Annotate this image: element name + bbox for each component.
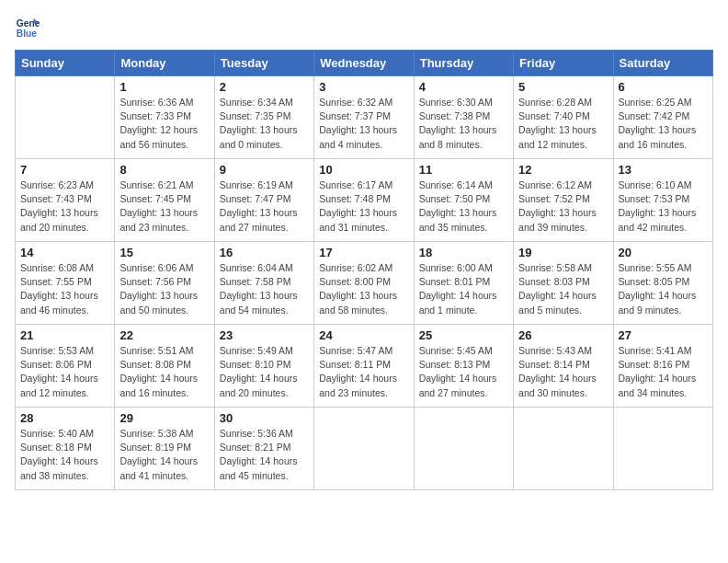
calendar-cell: 10Sunrise: 6:17 AMSunset: 7:48 PMDayligh… xyxy=(314,159,414,242)
calendar-cell: 15Sunrise: 6:06 AMSunset: 7:56 PMDayligh… xyxy=(115,242,214,325)
day-number: 21 xyxy=(20,328,109,342)
calendar-cell: 28Sunrise: 5:40 AMSunset: 8:18 PMDayligh… xyxy=(16,408,115,490)
calendar-week-row: 7Sunrise: 6:23 AMSunset: 7:43 PMDaylight… xyxy=(16,159,713,242)
day-info: Sunrise: 6:23 AMSunset: 7:43 PMDaylight:… xyxy=(20,178,109,235)
day-number: 19 xyxy=(518,246,608,259)
day-info: Sunrise: 6:34 AMSunset: 7:35 PMDaylight:… xyxy=(220,96,309,152)
day-info: Sunrise: 6:12 AMSunset: 7:52 PMDaylight:… xyxy=(518,178,608,235)
day-number: 20 xyxy=(619,246,708,259)
calendar-table: SundayMondayTuesdayWednesdayThursdayFrid… xyxy=(15,50,713,490)
calendar-cell: 12Sunrise: 6:12 AMSunset: 7:52 PMDayligh… xyxy=(514,159,613,242)
day-number: 28 xyxy=(20,411,109,425)
calendar-cell: 30Sunrise: 5:36 AMSunset: 8:21 PMDayligh… xyxy=(214,408,313,490)
weekday-header-saturday: Saturday xyxy=(613,51,712,76)
calendar-cell: 19Sunrise: 5:58 AMSunset: 8:03 PMDayligh… xyxy=(514,242,613,325)
weekday-header-tuesday: Tuesday xyxy=(214,51,313,76)
calendar-cell: 20Sunrise: 5:55 AMSunset: 8:05 PMDayligh… xyxy=(613,242,712,325)
day-number: 3 xyxy=(319,80,408,94)
calendar-cell: 29Sunrise: 5:38 AMSunset: 8:19 PMDayligh… xyxy=(115,408,214,490)
day-info: Sunrise: 6:04 AMSunset: 7:58 PMDaylight:… xyxy=(220,261,309,317)
calendar-cell xyxy=(514,408,613,490)
day-number: 9 xyxy=(220,163,309,177)
day-info: Sunrise: 5:51 AMSunset: 8:08 PMDaylight:… xyxy=(119,344,209,400)
calendar-cell: 11Sunrise: 6:14 AMSunset: 7:50 PMDayligh… xyxy=(414,159,513,242)
day-info: Sunrise: 6:25 AMSunset: 7:42 PMDaylight:… xyxy=(619,96,708,152)
day-info: Sunrise: 5:47 AMSunset: 8:11 PMDaylight:… xyxy=(319,344,408,400)
day-info: Sunrise: 5:53 AMSunset: 8:06 PMDaylight:… xyxy=(20,344,109,400)
day-info: Sunrise: 5:43 AMSunset: 8:14 PMDaylight:… xyxy=(518,344,608,400)
day-number: 23 xyxy=(220,328,309,342)
calendar-cell: 4Sunrise: 6:30 AMSunset: 7:38 PMDaylight… xyxy=(414,76,513,159)
day-info: Sunrise: 5:58 AMSunset: 8:03 PMDaylight:… xyxy=(518,261,608,317)
day-number: 22 xyxy=(119,328,209,342)
day-number: 18 xyxy=(419,246,508,259)
day-number: 10 xyxy=(319,163,408,177)
day-info: Sunrise: 6:14 AMSunset: 7:50 PMDaylight:… xyxy=(419,178,508,235)
day-info: Sunrise: 5:55 AMSunset: 8:05 PMDaylight:… xyxy=(619,261,708,317)
day-number: 26 xyxy=(518,328,608,342)
calendar-week-row: 28Sunrise: 5:40 AMSunset: 8:18 PMDayligh… xyxy=(16,408,713,490)
calendar-cell: 9Sunrise: 6:19 AMSunset: 7:47 PMDaylight… xyxy=(214,159,313,242)
day-number: 7 xyxy=(20,163,109,177)
weekday-header-monday: Monday xyxy=(115,51,214,76)
day-number: 13 xyxy=(619,163,708,177)
day-number: 17 xyxy=(319,246,408,259)
calendar-cell: 17Sunrise: 6:02 AMSunset: 8:00 PMDayligh… xyxy=(314,242,414,325)
logo-icon: General Blue xyxy=(15,15,40,40)
calendar-cell: 18Sunrise: 6:00 AMSunset: 8:01 PMDayligh… xyxy=(414,242,513,325)
calendar-cell: 21Sunrise: 5:53 AMSunset: 8:06 PMDayligh… xyxy=(16,325,115,408)
day-info: Sunrise: 5:45 AMSunset: 8:13 PMDaylight:… xyxy=(419,344,508,400)
day-info: Sunrise: 6:30 AMSunset: 7:38 PMDaylight:… xyxy=(419,96,508,152)
day-number: 14 xyxy=(20,246,109,259)
day-number: 11 xyxy=(419,163,508,177)
calendar-cell xyxy=(314,408,414,490)
weekday-header-row: SundayMondayTuesdayWednesdayThursdayFrid… xyxy=(16,51,713,76)
day-info: Sunrise: 5:41 AMSunset: 8:16 PMDaylight:… xyxy=(619,344,708,400)
day-number: 1 xyxy=(119,80,209,94)
day-number: 29 xyxy=(119,411,209,425)
day-info: Sunrise: 6:36 AMSunset: 7:33 PMDaylight:… xyxy=(119,96,209,152)
day-number: 2 xyxy=(220,80,309,94)
calendar-cell: 5Sunrise: 6:28 AMSunset: 7:40 PMDaylight… xyxy=(514,76,613,159)
day-number: 15 xyxy=(119,246,209,259)
day-info: Sunrise: 6:32 AMSunset: 7:37 PMDaylight:… xyxy=(319,96,408,152)
calendar-cell: 13Sunrise: 6:10 AMSunset: 7:53 PMDayligh… xyxy=(613,159,712,242)
day-info: Sunrise: 6:28 AMSunset: 7:40 PMDaylight:… xyxy=(518,96,608,152)
day-info: Sunrise: 6:21 AMSunset: 7:45 PMDaylight:… xyxy=(119,178,209,235)
calendar-cell: 16Sunrise: 6:04 AMSunset: 7:58 PMDayligh… xyxy=(214,242,313,325)
svg-text:Blue: Blue xyxy=(17,29,38,39)
calendar-cell: 22Sunrise: 5:51 AMSunset: 8:08 PMDayligh… xyxy=(115,325,214,408)
calendar-cell: 26Sunrise: 5:43 AMSunset: 8:14 PMDayligh… xyxy=(514,325,613,408)
day-info: Sunrise: 6:06 AMSunset: 7:56 PMDaylight:… xyxy=(119,261,209,317)
day-number: 4 xyxy=(419,80,508,94)
day-info: Sunrise: 6:19 AMSunset: 7:47 PMDaylight:… xyxy=(220,178,309,235)
day-info: Sunrise: 6:00 AMSunset: 8:01 PMDaylight:… xyxy=(419,261,508,317)
calendar-cell: 6Sunrise: 6:25 AMSunset: 7:42 PMDaylight… xyxy=(613,76,712,159)
day-number: 27 xyxy=(619,328,708,342)
weekday-header-sunday: Sunday xyxy=(16,51,115,76)
calendar-cell: 3Sunrise: 6:32 AMSunset: 7:37 PMDaylight… xyxy=(314,76,414,159)
day-info: Sunrise: 6:17 AMSunset: 7:48 PMDaylight:… xyxy=(319,178,408,235)
weekday-header-thursday: Thursday xyxy=(414,51,513,76)
day-number: 12 xyxy=(518,163,608,177)
day-number: 6 xyxy=(619,80,708,94)
day-number: 24 xyxy=(319,328,408,342)
logo: General Blue xyxy=(15,15,44,40)
calendar-cell: 1Sunrise: 6:36 AMSunset: 7:33 PMDaylight… xyxy=(115,76,214,159)
day-info: Sunrise: 6:10 AMSunset: 7:53 PMDaylight:… xyxy=(619,178,708,235)
page-header: General Blue xyxy=(15,15,713,40)
calendar-cell: 23Sunrise: 5:49 AMSunset: 8:10 PMDayligh… xyxy=(214,325,313,408)
day-number: 16 xyxy=(220,246,309,259)
day-number: 25 xyxy=(419,328,508,342)
calendar-cell: 2Sunrise: 6:34 AMSunset: 7:35 PMDaylight… xyxy=(214,76,313,159)
day-number: 8 xyxy=(119,163,209,177)
day-number: 30 xyxy=(220,411,309,425)
day-info: Sunrise: 6:02 AMSunset: 8:00 PMDaylight:… xyxy=(319,261,408,317)
calendar-cell: 8Sunrise: 6:21 AMSunset: 7:45 PMDaylight… xyxy=(115,159,214,242)
calendar-cell: 24Sunrise: 5:47 AMSunset: 8:11 PMDayligh… xyxy=(314,325,414,408)
day-number: 5 xyxy=(518,80,608,94)
calendar-week-row: 1Sunrise: 6:36 AMSunset: 7:33 PMDaylight… xyxy=(16,76,713,159)
calendar-cell xyxy=(16,76,115,159)
weekday-header-wednesday: Wednesday xyxy=(314,51,414,76)
day-info: Sunrise: 6:08 AMSunset: 7:55 PMDaylight:… xyxy=(20,261,109,317)
